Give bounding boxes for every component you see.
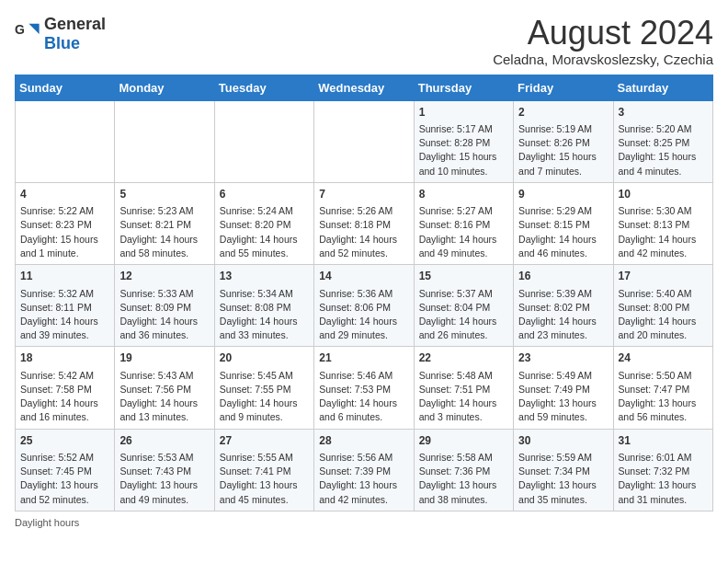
day-info: Daylight: 14 hours and 36 minutes. <box>119 315 209 342</box>
day-info: Daylight: 14 hours and 3 minutes. <box>419 396 508 424</box>
day-info: Sunrise: 5:26 AM <box>319 204 408 218</box>
day-cell-18: 18Sunrise: 5:42 AMSunset: 7:58 PMDayligh… <box>16 347 115 429</box>
day-info: Sunrise: 5:46 AM <box>319 369 408 383</box>
day-cell-27: 27Sunrise: 5:55 AMSunset: 7:41 PMDayligh… <box>214 429 313 511</box>
day-cell-30: 30Sunrise: 5:59 AMSunset: 7:34 PMDayligh… <box>514 429 613 511</box>
header-cell-friday: Friday <box>514 75 613 100</box>
header-cell-sunday: Sunday <box>16 75 115 100</box>
logo-blue: Blue <box>44 34 80 52</box>
day-info: Sunset: 8:20 PM <box>220 218 309 232</box>
day-cell-3: 3Sunrise: 5:20 AMSunset: 8:25 PMDaylight… <box>613 100 712 182</box>
day-info: Daylight: 14 hours and 46 minutes. <box>518 233 608 260</box>
day-info: Sunset: 7:58 PM <box>20 383 109 396</box>
day-cell-7: 7Sunrise: 5:26 AMSunset: 8:18 PMDaylight… <box>314 182 414 264</box>
day-number: 18 <box>20 350 109 366</box>
day-info: Daylight: 15 hours and 7 minutes. <box>518 150 608 178</box>
day-cell-9: 9Sunrise: 5:29 AMSunset: 8:15 PMDaylight… <box>514 182 613 264</box>
day-info: Sunset: 7:45 PM <box>20 465 109 478</box>
day-info: Sunrise: 5:39 AM <box>518 287 608 301</box>
day-cell-empty-0-1 <box>115 100 214 182</box>
day-cell-16: 16Sunrise: 5:39 AMSunset: 8:02 PMDayligh… <box>514 265 613 347</box>
day-info: Sunset: 7:41 PM <box>220 465 309 478</box>
day-info: Sunrise: 5:53 AM <box>119 451 209 465</box>
day-info: Sunset: 7:32 PM <box>619 465 708 478</box>
day-number: 23 <box>518 350 608 366</box>
day-info: Daylight: 13 hours and 56 minutes. <box>619 396 708 424</box>
day-info: Sunrise: 5:43 AM <box>119 369 209 383</box>
day-info: Sunset: 7:55 PM <box>220 383 309 396</box>
subtitle: Celadna, Moravskoslezsky, Czechia <box>493 52 713 67</box>
day-info: Sunrise: 5:36 AM <box>319 287 408 301</box>
day-cell-31: 31Sunrise: 6:01 AMSunset: 7:32 PMDayligh… <box>613 429 712 511</box>
day-info: Sunrise: 5:58 AM <box>419 451 508 465</box>
day-cell-14: 14Sunrise: 5:36 AMSunset: 8:06 PMDayligh… <box>314 265 414 347</box>
day-info: Daylight: 14 hours and 52 minutes. <box>319 233 408 260</box>
day-info: Sunset: 8:13 PM <box>619 218 708 232</box>
day-info: Sunrise: 5:34 AM <box>220 287 309 301</box>
day-info: Sunrise: 5:19 AM <box>518 122 608 136</box>
day-number: 1 <box>419 105 508 121</box>
day-cell-21: 21Sunrise: 5:46 AMSunset: 7:53 PMDayligh… <box>314 347 414 429</box>
day-info: Daylight: 14 hours and 55 minutes. <box>220 233 309 260</box>
day-info: Daylight: 14 hours and 13 minutes. <box>119 396 209 424</box>
day-info: Sunrise: 5:59 AM <box>518 451 608 465</box>
day-info: Sunset: 8:21 PM <box>119 218 209 232</box>
day-cell-25: 25Sunrise: 5:52 AMSunset: 7:45 PMDayligh… <box>16 429 115 511</box>
header-cell-wednesday: Wednesday <box>314 75 414 100</box>
header-cell-saturday: Saturday <box>613 75 712 100</box>
day-info: Sunrise: 5:30 AM <box>619 204 708 218</box>
day-info: Daylight: 14 hours and 20 minutes. <box>619 315 708 342</box>
week-row-1: 1Sunrise: 5:17 AMSunset: 8:28 PMDaylight… <box>16 100 713 182</box>
day-info: Daylight: 13 hours and 49 minutes. <box>119 478 209 506</box>
day-cell-4: 4Sunrise: 5:22 AMSunset: 8:23 PMDaylight… <box>16 182 115 264</box>
day-info: Daylight: 13 hours and 45 minutes. <box>220 478 309 506</box>
day-info: Sunset: 8:25 PM <box>619 136 708 150</box>
day-cell-29: 29Sunrise: 5:58 AMSunset: 7:36 PMDayligh… <box>414 429 513 511</box>
day-cell-1: 1Sunrise: 5:17 AMSunset: 8:28 PMDaylight… <box>414 100 513 182</box>
day-cell-19: 19Sunrise: 5:43 AMSunset: 7:56 PMDayligh… <box>115 347 214 429</box>
day-number: 21 <box>319 350 408 366</box>
day-number: 10 <box>619 187 708 202</box>
day-info: Sunrise: 5:48 AM <box>419 369 508 383</box>
day-cell-5: 5Sunrise: 5:23 AMSunset: 8:21 PMDaylight… <box>115 182 214 264</box>
day-cell-22: 22Sunrise: 5:48 AMSunset: 7:51 PMDayligh… <box>414 347 513 429</box>
day-info: Sunrise: 5:56 AM <box>319 451 408 465</box>
day-info: Sunset: 7:47 PM <box>619 383 708 396</box>
logo-general: General <box>44 15 106 33</box>
day-number: 17 <box>619 269 708 284</box>
day-info: Daylight: 15 hours and 10 minutes. <box>419 150 508 178</box>
day-number: 20 <box>220 350 309 366</box>
day-cell-2: 2Sunrise: 5:19 AMSunset: 8:26 PMDaylight… <box>514 100 613 182</box>
day-info: Sunset: 8:28 PM <box>419 136 508 150</box>
day-info: Sunset: 7:36 PM <box>419 465 508 478</box>
day-info: Sunrise: 5:45 AM <box>220 369 309 383</box>
day-info: Sunrise: 5:29 AM <box>518 204 608 218</box>
day-info: Daylight: 15 hours and 4 minutes. <box>619 150 708 178</box>
day-info: Sunset: 8:15 PM <box>518 218 608 232</box>
day-info: Sunrise: 5:23 AM <box>119 204 209 218</box>
day-info: Sunset: 8:09 PM <box>119 301 209 315</box>
day-cell-17: 17Sunrise: 5:40 AMSunset: 8:00 PMDayligh… <box>613 265 712 347</box>
day-number: 3 <box>619 105 708 121</box>
week-row-2: 4Sunrise: 5:22 AMSunset: 8:23 PMDaylight… <box>16 182 713 264</box>
day-info: Sunrise: 5:32 AM <box>20 287 109 301</box>
day-info: Sunset: 7:43 PM <box>119 465 209 478</box>
day-cell-empty-0-0 <box>16 100 115 182</box>
day-info: Sunrise: 5:49 AM <box>518 369 608 383</box>
day-cell-empty-0-3 <box>314 100 414 182</box>
day-cell-15: 15Sunrise: 5:37 AMSunset: 8:04 PMDayligh… <box>414 265 513 347</box>
day-info: Sunrise: 5:40 AM <box>619 287 708 301</box>
day-info: Sunrise: 5:42 AM <box>20 369 109 383</box>
day-info: Daylight: 13 hours and 52 minutes. <box>20 478 109 506</box>
svg-text:G: G <box>15 22 25 37</box>
day-info: Sunset: 7:34 PM <box>518 465 608 478</box>
day-info: Daylight: 14 hours and 9 minutes. <box>220 396 309 424</box>
day-info: Daylight: 14 hours and 42 minutes. <box>619 233 708 260</box>
day-number: 24 <box>619 350 708 366</box>
day-info: Sunset: 8:11 PM <box>20 301 109 315</box>
day-info: Sunset: 7:49 PM <box>518 383 608 396</box>
header-cell-monday: Monday <box>115 75 214 100</box>
day-number: 4 <box>20 187 109 202</box>
day-info: Daylight: 13 hours and 31 minutes. <box>619 478 708 506</box>
day-info: Daylight: 13 hours and 38 minutes. <box>419 478 508 506</box>
